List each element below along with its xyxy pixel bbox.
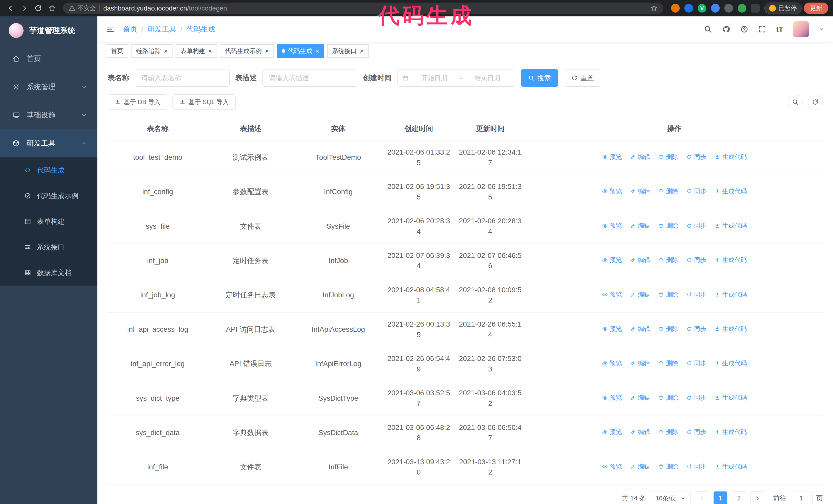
font-size-icon[interactable]: tT <box>776 25 783 33</box>
generate-code-button[interactable]: 生成代码 <box>715 187 747 196</box>
refresh-table-button[interactable] <box>808 95 823 110</box>
edit-button[interactable]: 编辑 <box>630 325 650 334</box>
table-name-input[interactable] <box>135 69 230 87</box>
delete-button[interactable]: 删除 <box>658 462 678 471</box>
github-icon[interactable] <box>722 25 731 33</box>
generate-code-button[interactable]: 生成代码 <box>715 428 747 437</box>
reset-button[interactable]: 重置 <box>564 69 601 87</box>
date-range-picker[interactable]: 开始日期 - 结束日期 <box>397 69 515 87</box>
edit-button[interactable]: 编辑 <box>630 359 650 368</box>
preview-button[interactable]: 预览 <box>602 221 622 230</box>
delete-button[interactable]: 删除 <box>658 393 678 402</box>
delete-button[interactable]: 删除 <box>658 325 678 334</box>
generate-code-button[interactable]: 生成代码 <box>715 290 747 299</box>
close-icon[interactable]: × <box>164 48 168 54</box>
sync-button[interactable]: 同步 <box>686 290 706 299</box>
bookmark-star-icon[interactable] <box>650 5 658 12</box>
edit-button[interactable]: 编辑 <box>630 187 650 196</box>
security-warning[interactable]: 不安全 <box>69 4 96 12</box>
generate-code-button[interactable]: 生成代码 <box>715 359 747 368</box>
browser-forward-button[interactable] <box>19 2 30 14</box>
import-db-button[interactable]: 基于 DB 导入 <box>108 94 167 110</box>
browser-update-button[interactable]: 更新 <box>804 3 828 14</box>
delete-button[interactable]: 删除 <box>658 221 678 230</box>
delete-button[interactable]: 删除 <box>658 290 678 299</box>
generate-code-button[interactable]: 生成代码 <box>715 221 747 230</box>
page-size-select[interactable]: 10条/页 <box>651 491 690 504</box>
import-sql-button[interactable]: 基于 SQL 导入 <box>172 94 236 110</box>
user-avatar[interactable] <box>793 21 809 37</box>
extension-icon[interactable] <box>724 4 733 13</box>
close-icon[interactable]: × <box>208 48 212 54</box>
sync-button[interactable]: 同步 <box>686 187 706 196</box>
generate-code-button[interactable]: 生成代码 <box>715 393 747 402</box>
sidebar-item-infrastructure[interactable]: 基础设施 <box>0 101 97 129</box>
breadcrumb-item[interactable]: 代码生成 <box>187 24 215 34</box>
tab[interactable]: 首页 <box>106 44 128 58</box>
breadcrumb-item[interactable]: 首页 <box>123 24 137 34</box>
sidebar-item-codegen-example[interactable]: 代码生成示例 <box>0 183 97 209</box>
delete-button[interactable]: 删除 <box>658 428 678 437</box>
delete-button[interactable]: 删除 <box>658 187 678 196</box>
toggle-search-button[interactable] <box>788 95 803 110</box>
page-button-2[interactable]: 2 <box>732 491 746 504</box>
delete-button[interactable]: 删除 <box>658 152 678 162</box>
breadcrumb-item[interactable]: 研发工具 <box>148 24 176 34</box>
next-page-button[interactable] <box>751 491 764 504</box>
preview-button[interactable]: 预览 <box>602 187 622 196</box>
help-icon[interactable] <box>740 25 748 33</box>
sync-button[interactable]: 同步 <box>686 256 706 265</box>
end-date-placeholder[interactable]: 结束日期 <box>465 74 510 82</box>
table-desc-input[interactable] <box>262 69 357 87</box>
delete-button[interactable]: 删除 <box>658 359 678 368</box>
edit-button[interactable]: 编辑 <box>630 462 650 471</box>
sync-button[interactable]: 同步 <box>686 325 706 334</box>
preview-button[interactable]: 预览 <box>602 290 622 299</box>
tab[interactable]: 代码生成 × <box>277 44 324 58</box>
sidebar-item-dev-tools[interactable]: 研发工具 <box>0 129 97 158</box>
preview-button[interactable]: 预览 <box>602 428 622 437</box>
edit-button[interactable]: 编辑 <box>630 290 650 299</box>
sync-button[interactable]: 同步 <box>686 221 706 230</box>
chevron-down-icon[interactable] <box>819 26 824 32</box>
generate-code-button[interactable]: 生成代码 <box>715 462 747 471</box>
browser-back-button[interactable] <box>5 2 17 14</box>
extension-icon[interactable] <box>671 4 680 13</box>
sync-button[interactable]: 同步 <box>686 152 706 162</box>
edit-button[interactable]: 编辑 <box>630 152 650 162</box>
extension-icon[interactable]: V <box>698 4 706 13</box>
goto-page-input[interactable] <box>790 491 812 504</box>
sidebar-item-system-api[interactable]: 系统接口 <box>0 234 97 260</box>
preview-button[interactable]: 预览 <box>602 325 622 334</box>
app-logo[interactable]: 芋道管理系统 <box>0 17 97 45</box>
puzzle-extensions-icon[interactable] <box>751 4 760 13</box>
search-icon[interactable] <box>704 25 712 33</box>
sync-button[interactable]: 同步 <box>686 462 706 471</box>
preview-button[interactable]: 预览 <box>602 462 622 471</box>
address-bar[interactable]: 不安全 dashboard.yudao.iocoder.cn/tool/code… <box>63 3 663 14</box>
browser-reload-button[interactable] <box>32 2 44 14</box>
page-button-1[interactable]: 1 <box>714 491 728 504</box>
delete-button[interactable]: 删除 <box>658 256 678 265</box>
preview-button[interactable]: 预览 <box>602 152 622 162</box>
paused-badge[interactable]: 已暂停 <box>764 3 802 14</box>
edit-button[interactable]: 编辑 <box>630 428 650 437</box>
edit-button[interactable]: 编辑 <box>630 393 650 402</box>
generate-code-button[interactable]: 生成代码 <box>715 325 747 334</box>
edit-button[interactable]: 编辑 <box>630 256 650 265</box>
sync-button[interactable]: 同步 <box>686 359 706 368</box>
generate-code-button[interactable]: 生成代码 <box>715 256 747 265</box>
sidebar-item-system-management[interactable]: 系统管理 <box>0 73 97 101</box>
edit-button[interactable]: 编辑 <box>630 221 650 230</box>
prev-page-button[interactable] <box>695 491 709 504</box>
sync-button[interactable]: 同步 <box>686 393 706 402</box>
tab[interactable]: 代码生成示例 × <box>220 44 273 58</box>
sidebar-item-codegen[interactable]: 代码生成 <box>0 158 97 183</box>
close-icon[interactable]: × <box>360 48 364 54</box>
sync-button[interactable]: 同步 <box>686 428 706 437</box>
preview-button[interactable]: 预览 <box>602 359 622 368</box>
sidebar-toggle-button[interactable] <box>106 25 115 33</box>
tab[interactable]: 表单构建 × <box>175 44 217 58</box>
tab[interactable]: 系统接口 × <box>327 44 368 58</box>
close-icon[interactable]: × <box>315 48 319 54</box>
